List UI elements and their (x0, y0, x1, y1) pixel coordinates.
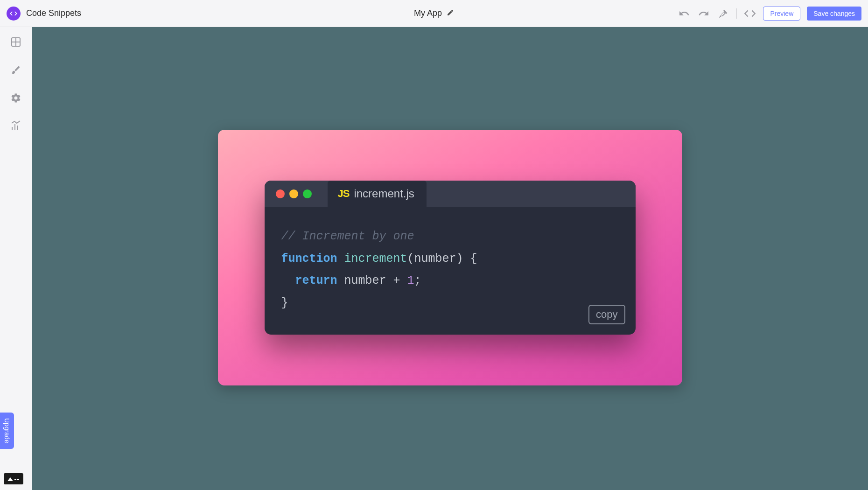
upgrade-tab[interactable]: Upgrade (0, 413, 14, 449)
svg-rect-7 (14, 479, 16, 480)
svg-rect-8 (17, 479, 19, 480)
code-punct: } (281, 296, 288, 310)
code-view-icon[interactable] (743, 7, 756, 20)
code-area[interactable]: // Increment by one function increment(n… (265, 207, 636, 335)
code-text: number + (344, 274, 407, 287)
copy-button[interactable]: copy (588, 305, 625, 324)
topbar-right: Preview Save changes (678, 7, 861, 21)
save-button[interactable]: Save changes (807, 7, 861, 21)
tab-filename: increment.js (354, 187, 414, 200)
code-line: function increment(number) { (281, 248, 619, 270)
app-title: Code Snippets (26, 8, 81, 18)
preview-button[interactable]: Preview (763, 7, 800, 21)
code-keyword: return (295, 274, 337, 287)
js-lang-icon: JS (338, 188, 350, 200)
topbar-center: My App (414, 8, 454, 18)
code-punct: ( (407, 252, 414, 266)
redo-icon[interactable] (697, 7, 710, 20)
code-line: } (281, 292, 619, 315)
canvas[interactable]: JS increment.js // Increment by one func… (32, 27, 868, 490)
gear-icon[interactable] (9, 91, 22, 105)
code-punct: ) { (456, 252, 477, 266)
code-number: 1 (407, 274, 414, 287)
toolbar-divider (736, 8, 737, 19)
topbar: Code Snippets My App Preview Save change… (0, 0, 868, 27)
code-param: number (414, 252, 456, 266)
code-comment: // Increment by one (281, 230, 414, 243)
topbar-left: Code Snippets (7, 7, 81, 21)
editor-window: JS increment.js // Increment by one func… (265, 181, 636, 335)
brush-icon[interactable] (9, 63, 22, 77)
project-title[interactable]: My App (414, 8, 442, 18)
traffic-maximize-icon[interactable] (303, 189, 312, 198)
app-logo-icon[interactable] (7, 7, 21, 21)
chart-icon[interactable] (9, 119, 22, 133)
undo-icon[interactable] (678, 7, 691, 20)
traffic-minimize-icon[interactable] (289, 189, 298, 198)
code-funcname: increment (344, 252, 407, 266)
traffic-close-icon[interactable] (276, 189, 285, 198)
edit-title-icon[interactable] (447, 9, 454, 18)
footer-badge-icon[interactable] (4, 473, 23, 484)
code-line: return number + 1; (281, 270, 619, 292)
file-tab[interactable]: JS increment.js (328, 181, 427, 207)
editor-titlebar: JS increment.js (265, 181, 636, 207)
hammer-icon[interactable] (717, 7, 730, 20)
grid-icon[interactable] (9, 35, 22, 49)
code-keyword: function (281, 252, 337, 266)
code-line: // Increment by one (281, 225, 619, 248)
svg-marker-6 (7, 477, 13, 481)
code-punct: ; (414, 274, 421, 287)
snippet-card[interactable]: JS increment.js // Increment by one func… (218, 130, 682, 385)
